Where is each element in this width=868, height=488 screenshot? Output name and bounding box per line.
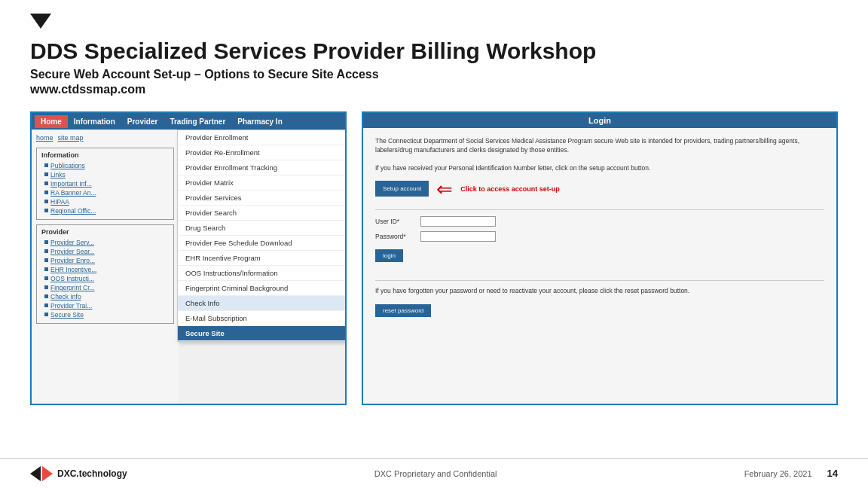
provider-serv-link[interactable]: Provider Serv... [50, 239, 94, 246]
dropdown-provider-matrix[interactable]: Provider Matrix [178, 175, 347, 191]
footer: DXC.technology DXC Proprietary and Confi… [0, 458, 868, 488]
triangle-icon [30, 14, 51, 29]
list-item: Check Info [44, 293, 169, 300]
information-section: Information Publications Links Important… [36, 148, 174, 220]
list-item: EHR Incentive... [44, 266, 169, 273]
header: DDS Specialized Services Provider Billin… [0, 0, 868, 104]
password-row: Password* [375, 231, 824, 242]
bullet-icon [44, 249, 48, 253]
dropdown-provider-services[interactable]: Provider Services [178, 191, 347, 206]
bullet-icon [44, 313, 48, 316]
nav-provider[interactable]: Provider [121, 115, 164, 128]
logo-shape [30, 466, 53, 481]
bullet-icon [44, 200, 48, 203]
content-area: Home Information Provider Trading Partne… [0, 104, 868, 413]
login-divider [375, 209, 824, 210]
list-item: Provider Enro... [44, 257, 169, 264]
bullet-icon [44, 285, 48, 289]
footer-center-text: DXC Proprietary and Confidential [374, 469, 497, 478]
url-text: www.ctdssmap.com [30, 83, 838, 96]
bullet-icon [44, 172, 48, 176]
list-item: Provider Sear... [44, 248, 169, 255]
list-item: OOS Instructi... [44, 275, 169, 282]
provider-section: Provider Provider Serv... Provider Sear.… [36, 224, 174, 324]
provider-links: Provider Serv... Provider Sear... Provid… [41, 239, 169, 319]
login-header: Login [363, 113, 836, 128]
bullet-icon [44, 294, 48, 298]
list-item: Provider Trai... [44, 302, 169, 310]
dropdown-provider-search[interactable]: Provider Search [178, 206, 347, 221]
dropdown-provider-reenrollment[interactable]: Provider Re-Enrollment [178, 145, 347, 160]
login-description: The Connecticut Department of Social Ser… [375, 137, 824, 155]
information-links: Publications Links Important Inf... RA B… [41, 162, 169, 215]
main-title: DDS Specialized Services Provider Billin… [30, 38, 838, 65]
right-screenshot: Login The Connecticut Department of Soci… [362, 111, 838, 405]
nav-information[interactable]: Information [68, 115, 121, 128]
sidebar-nav: home site map [36, 134, 174, 142]
list-item: Publications [44, 162, 169, 169]
list-item: Links [44, 171, 169, 178]
links-link[interactable]: Links [50, 171, 66, 178]
bullet-icon [44, 191, 48, 194]
provider-trai-link[interactable]: Provider Trai... [50, 302, 92, 310]
bullet-icon [44, 240, 48, 244]
userid-label: User ID* [375, 218, 420, 225]
provider-enro-link[interactable]: Provider Enro... [50, 257, 95, 264]
left-screenshot: Home Information Provider Trading Partne… [30, 111, 347, 405]
login-button[interactable]: login [375, 249, 403, 262]
sidebar: home site map Information Publications L… [32, 130, 179, 404]
publications-link[interactable]: Publications [50, 162, 85, 169]
bullet-icon [44, 258, 48, 262]
provider-sear-link[interactable]: Provider Sear... [50, 248, 95, 255]
reset-password-button[interactable]: reset password [375, 304, 431, 317]
userid-input[interactable] [420, 216, 496, 227]
password-input[interactable] [420, 231, 496, 242]
arrow-icon: ⇐ [436, 179, 453, 199]
nav-home[interactable]: Home [35, 115, 68, 128]
setup-account-button[interactable]: Setup account [375, 181, 429, 197]
sub-title: Secure Web Account Set-up – Options to S… [30, 68, 838, 81]
oos-link[interactable]: OOS Instructi... [50, 275, 94, 282]
ehr-link[interactable]: EHR Incentive... [50, 266, 96, 273]
dropdown-check-info[interactable]: Check Info [178, 296, 347, 311]
logo-left-triangle [30, 466, 41, 481]
dropdown-provider-enrollment[interactable]: Provider Enrollment [178, 130, 347, 145]
dropdown-provider-fee-schedule[interactable]: Provider Fee Schedule Download [178, 236, 347, 251]
footer-right: February 26, 2021 14 [744, 468, 838, 479]
list-item: RA Banner An... [44, 189, 169, 197]
dropdown-secure-site[interactable]: Secure Site [178, 326, 347, 341]
logo-text: DXC.technology [57, 468, 127, 479]
important-info-link[interactable]: Important Inf... [50, 180, 92, 188]
list-item: Provider Serv... [44, 239, 169, 246]
sidebar-sitemap-link[interactable]: site map [58, 134, 84, 142]
fingerprint-link[interactable]: Fingerprint Cr... [50, 284, 95, 291]
secure-site-link[interactable]: Secure Site [50, 311, 84, 319]
page-number: 14 [827, 468, 838, 479]
nav-trading-partner[interactable]: Trading Partner [164, 115, 231, 128]
dropdown-ehr-incentive[interactable]: EHR Incentive Program [178, 251, 347, 266]
sidebar-home-link[interactable]: home [36, 134, 53, 142]
ra-banner-link[interactable]: RA Banner An... [50, 189, 96, 197]
nav-pharmacy[interactable]: Pharmacy In [231, 115, 288, 128]
dropdown-oos-instructions[interactable]: OOS Instructions/Information [178, 266, 347, 281]
hipaa-link[interactable]: HIPAA [50, 198, 69, 206]
dropdown-drug-search[interactable]: Drug Search [178, 221, 347, 236]
check-info-link[interactable]: Check Info [50, 293, 81, 300]
information-section-title: Information [41, 151, 169, 159]
userid-row: User ID* [375, 216, 824, 227]
login-body: The Connecticut Department of Social Ser… [363, 128, 836, 326]
dropdown-menu: Provider Enrollment Provider Re-Enrollme… [177, 130, 347, 342]
logo-right-triangle [42, 466, 53, 481]
footer-date: February 26, 2021 [744, 469, 812, 478]
provider-section-title: Provider [41, 228, 169, 236]
list-item: Secure Site [44, 311, 169, 319]
dropdown-provider-enrollment-tracking[interactable]: Provider Enrollment Tracking [178, 160, 347, 175]
password-label: Password* [375, 233, 420, 240]
list-item: HIPAA [44, 198, 169, 206]
click-access-text: Click to access account set-up [460, 185, 560, 193]
regional-office-link[interactable]: Regional Offic... [50, 207, 96, 215]
dropdown-email-subscription[interactable]: E-Mail Subscription [178, 311, 347, 326]
dropdown-fingerprint[interactable]: Fingerprint Criminal Background [178, 281, 347, 296]
bullet-icon [44, 276, 48, 280]
bullet-icon [44, 267, 48, 271]
